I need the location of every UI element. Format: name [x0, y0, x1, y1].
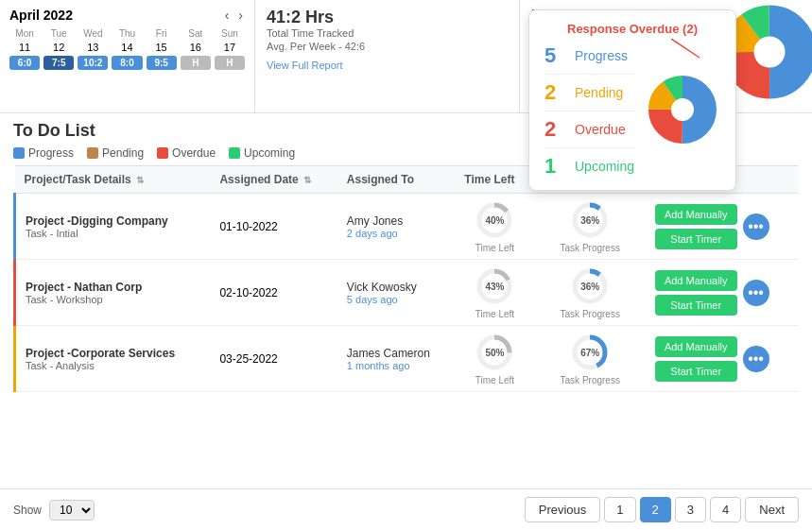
day-badge: 10:2	[78, 56, 108, 70]
start-timer-button[interactable]: Start Timer	[655, 229, 737, 249]
page-3-button[interactable]: 3	[675, 497, 706, 522]
more-options-button[interactable]: •••	[743, 280, 769, 306]
calendar-day[interactable]: Wed 13 10:2	[78, 28, 108, 70]
cell-actions: Add Manually Start Timer •••	[646, 260, 799, 326]
start-timer-button[interactable]: Start Timer	[655, 295, 737, 316]
timeleft-label: Time Left	[475, 375, 514, 385]
add-manually-button[interactable]: Add Manually	[655, 336, 737, 357]
cell-taskprogress: 36% Task Progress	[535, 194, 646, 260]
calendar-day[interactable]: Mon 11 6:0	[9, 28, 40, 70]
task-name: Task - Workshop	[26, 294, 200, 305]
day-badge: 8:0	[112, 56, 142, 70]
cell-actions: Add Manually Start Timer •••	[646, 326, 799, 392]
task-progress-circle: 36% Task Progress	[544, 199, 636, 253]
assignee-name: Amy Jones	[347, 214, 445, 228]
tooltip-label: Overdue	[575, 122, 626, 137]
day-num: 14	[112, 42, 142, 53]
next-page-button[interactable]: Next	[745, 497, 799, 522]
day-num: 12	[43, 42, 74, 53]
svg-line-8	[671, 39, 700, 58]
page-1-button[interactable]: 1	[604, 497, 635, 522]
calendar-next-btn[interactable]: ›	[236, 8, 245, 23]
calendar-day[interactable]: Fri 15 9:5	[147, 28, 177, 70]
time-ago: 2 days ago	[347, 228, 445, 239]
action-buttons: Add Manually Start Timer	[655, 270, 737, 316]
actions-col: Add Manually Start Timer •••	[655, 270, 789, 316]
cell-assignee: Vick Kowosky 5 days ago	[337, 260, 455, 326]
more-options-button[interactable]: •••	[743, 214, 769, 240]
view-report-link[interactable]: View Full Report	[267, 60, 343, 71]
legend-label: Overdue	[172, 146, 216, 160]
day-num: 17	[215, 42, 245, 53]
cell-timeleft: 50% Time Left	[455, 326, 534, 392]
time-left-circle: 40% Time Left	[464, 199, 525, 253]
add-manually-button[interactable]: Add Manually	[655, 270, 737, 291]
svg-point-7	[660, 87, 705, 132]
day-name: Sat	[181, 28, 211, 39]
actions-col: Add Manually Start Timer •••	[655, 204, 789, 249]
sort-date-icon[interactable]: ⇅	[303, 175, 311, 185]
cell-taskprogress: 36% Task Progress	[535, 260, 646, 326]
prev-page-button[interactable]: Previous	[525, 497, 601, 522]
calendar-header: April 2022 ‹ ›	[9, 8, 245, 23]
timeleft-pct: 50%	[485, 348, 504, 358]
day-name: Tue	[43, 28, 74, 39]
time-avg: Avg. Per Week - 42:6	[267, 41, 508, 52]
day-num: 15	[147, 42, 177, 53]
legend-label: Progress	[28, 146, 74, 160]
cell-taskprogress: 67% Task Progress	[535, 326, 646, 392]
timeleft-label: Time Left	[475, 243, 514, 253]
time-hours: 41:2 Hrs	[267, 8, 508, 27]
day-num: 13	[78, 42, 108, 53]
show-wrap: Show 10 25 50	[13, 500, 95, 521]
cell-date: 02-10-2022	[210, 260, 337, 326]
assignee-name: Vick Kowosky	[347, 281, 445, 294]
calendar-prev-btn[interactable]: ‹	[223, 8, 232, 23]
assignee-name: James Cameron	[347, 347, 445, 360]
day-name: Fri	[147, 28, 177, 39]
cell-timeleft: 43% Time Left	[455, 260, 534, 326]
calendar-day[interactable]: Sun 17 H	[215, 28, 245, 70]
show-select[interactable]: 10 25 50	[49, 500, 95, 521]
show-label: Show	[13, 504, 42, 517]
col-assignee: Assigned To	[337, 166, 455, 194]
time-ago: 5 days ago	[347, 294, 445, 305]
page-4-button[interactable]: 4	[710, 497, 741, 522]
day-badge: 7:5	[43, 56, 74, 70]
svg-point-3	[738, 21, 801, 83]
task-progress-circle: 67% Task Progress	[544, 332, 636, 385]
tooltip-row: 1 Upcoming	[544, 154, 635, 179]
project-name: Project - Nathan Corp	[26, 281, 200, 294]
cell-date: 01-10-2022	[210, 194, 337, 260]
legend-item: Upcoming	[229, 146, 295, 160]
action-buttons: Add Manually Start Timer	[655, 204, 737, 249]
task-progress-circle: 36% Task Progress	[544, 265, 636, 319]
tooltip-label: Progress	[575, 48, 628, 63]
time-left-circle: 43% Time Left	[464, 265, 525, 319]
calendar-title: April 2022	[9, 8, 73, 23]
table-row: Project -Corporate Services Task - Analy…	[15, 326, 800, 392]
pagination: Previous1234Next	[525, 497, 799, 522]
tooltip-num: 5	[544, 43, 567, 68]
calendar-day[interactable]: Sat 16 H	[181, 28, 211, 70]
taskprogress-pct: 36%	[580, 215, 599, 226]
table-row: Project -Digging Company Task - Intial 0…	[15, 194, 800, 260]
taskprogress-pct: 67%	[580, 348, 599, 358]
day-name: Mon	[9, 28, 40, 39]
tooltip-overlay: Response Overdue (2) 5 Progress 2 Pendin…	[528, 9, 736, 191]
col-date: Assigned Date ⇅	[210, 166, 337, 194]
sort-project-icon[interactable]: ⇅	[136, 175, 144, 185]
legend-item: Pending	[87, 146, 144, 160]
calendar-day[interactable]: Thu 14 8:0	[112, 28, 142, 70]
day-badge: H	[215, 56, 245, 70]
timeleft-pct: 43%	[485, 282, 504, 292]
tooltip-num: 2	[544, 117, 567, 142]
timeleft-label: Time Left	[475, 309, 514, 319]
start-timer-button[interactable]: Start Timer	[655, 361, 737, 382]
add-manually-button[interactable]: Add Manually	[655, 204, 737, 225]
page-2-button[interactable]: 2	[640, 497, 671, 522]
timeleft-pct: 40%	[485, 215, 504, 226]
more-options-button[interactable]: •••	[743, 346, 769, 372]
calendar-day[interactable]: Tue 12 7:5	[43, 28, 74, 70]
legend-item: Progress	[13, 146, 74, 160]
